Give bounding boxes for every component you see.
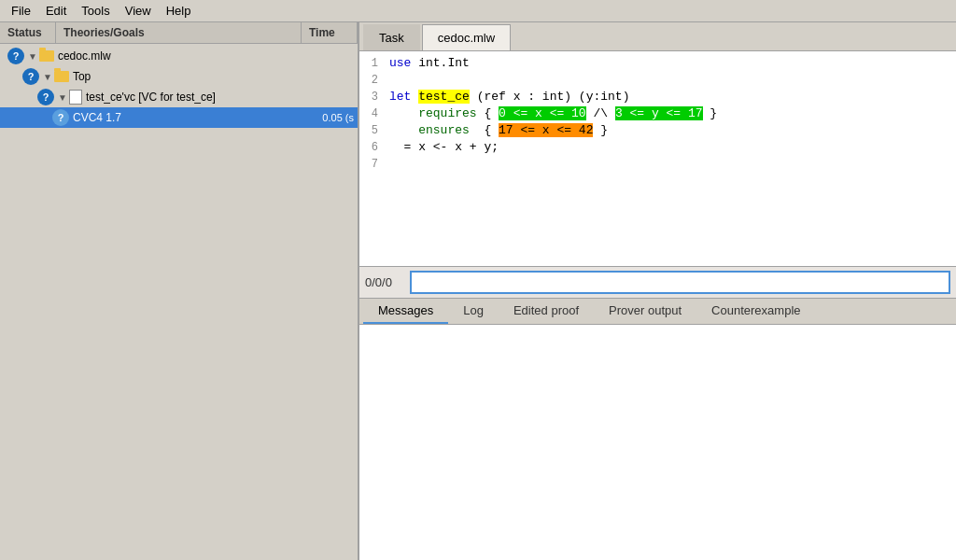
line-num-1: 1 (359, 55, 386, 72)
tab-task[interactable]: Task (363, 24, 420, 50)
line-num-5: 5 (359, 122, 386, 139)
folder-icon-top (54, 71, 69, 82)
label-cedoc: cedoc.mlw (58, 49, 354, 63)
code-line-7: 7 (359, 156, 956, 173)
right-panel: Task cedoc.mlw 1 use int.Int 2 3 let tes… (359, 22, 956, 560)
line-content-2 (386, 72, 956, 89)
code-line-2: 2 (359, 72, 956, 89)
status-icon-cedoc: ? (7, 48, 24, 64)
line-num-7: 7 (359, 156, 386, 173)
header-time: Time (302, 22, 358, 43)
tree-container: ? ▼ cedoc.mlw ? ▼ Top ? ▼ test_ce'vc [VC… (0, 44, 358, 560)
code-line-3: 3 let test_ce (ref x : int) (y:int) (359, 89, 956, 105)
line-num-3: 3 (359, 89, 386, 105)
line-content-7 (386, 156, 956, 173)
left-panel-header: Status Theories/Goals Time (0, 22, 358, 44)
tree-item-test-ce-vc[interactable]: ? ▼ test_ce'vc [VC for test_ce] (0, 87, 358, 107)
line-content-5: ensures { 17 <= x <= 42 } (386, 122, 956, 139)
tab-messages[interactable]: Messages (363, 299, 448, 324)
time-cvc4: 0.05 (s (322, 112, 354, 123)
code-line-5: 5 ensures { 17 <= x <= 42 } (359, 122, 956, 139)
proof-input[interactable] (410, 271, 950, 294)
line-content-1: use int.Int (386, 55, 956, 72)
main-container: Status Theories/Goals Time ? ▼ cedoc.mlw… (0, 22, 956, 560)
header-status: Status (0, 22, 56, 43)
header-theories: Theories/Goals (56, 22, 302, 43)
line-num-4: 4 (359, 105, 386, 122)
right-tab-bar: Task cedoc.mlw (359, 22, 956, 51)
expand-icon-cedoc: ▼ (28, 51, 37, 62)
tree-item-cvc4[interactable]: ? CVC4 1.7 0.05 (s (0, 107, 358, 128)
menu-file[interactable]: File (4, 2, 38, 20)
menubar: File Edit Tools View Help (0, 0, 956, 22)
counter-label: 0/0/0 (365, 275, 402, 289)
input-row: 0/0/0 (359, 266, 956, 299)
tab-cedoc[interactable]: cedoc.mlw (422, 24, 511, 50)
tab-prover-output[interactable]: Prover output (594, 299, 696, 324)
code-line-1: 1 use int.Int (359, 55, 956, 72)
line-content-4: requires { 0 <= x <= 10 /\ 3 <= y <= 17 … (386, 105, 956, 122)
bottom-tab-bar: Messages Log Edited proof Prover output … (359, 299, 956, 325)
code-line-4: 4 requires { 0 <= x <= 10 /\ 3 <= y <= 1… (359, 105, 956, 122)
tree-item-top[interactable]: ? ▼ Top (0, 66, 358, 87)
line-num-6: 6 (359, 139, 386, 156)
expand-icon-test-ce: ▼ (58, 92, 67, 103)
expand-icon-top: ▼ (43, 72, 52, 82)
menu-tools[interactable]: Tools (74, 2, 117, 20)
label-cvc4: CVC4 1.7 (73, 111, 318, 124)
code-editor: 1 use int.Int 2 3 let test_ce (ref x : i… (359, 51, 956, 266)
folder-icon-cedoc (39, 50, 54, 62)
code-line-6: 6 = x <- x + y; (359, 139, 956, 156)
messages-area (359, 325, 956, 560)
label-top: Top (73, 70, 354, 83)
file-icon-test-ce (69, 90, 82, 105)
menu-edit[interactable]: Edit (38, 2, 74, 20)
menu-view[interactable]: View (118, 2, 159, 20)
tab-counterexample[interactable]: Counterexample (696, 299, 815, 324)
line-content-6: = x <- x + y; (386, 139, 956, 156)
status-icon-cvc4: ? (52, 109, 69, 126)
label-test-ce: test_ce'vc [VC for test_ce] (86, 91, 354, 104)
tab-edited-proof[interactable]: Edited proof (499, 299, 594, 324)
status-icon-test-ce: ? (37, 89, 54, 105)
menu-help[interactable]: Help (159, 2, 199, 20)
tree-item-cedoc[interactable]: ? ▼ cedoc.mlw (0, 46, 358, 66)
line-content-3: let test_ce (ref x : int) (y:int) (386, 89, 956, 105)
line-num-2: 2 (359, 72, 386, 89)
left-panel: Status Theories/Goals Time ? ▼ cedoc.mlw… (0, 22, 359, 560)
status-icon-top: ? (22, 68, 39, 85)
tab-log[interactable]: Log (448, 299, 499, 324)
